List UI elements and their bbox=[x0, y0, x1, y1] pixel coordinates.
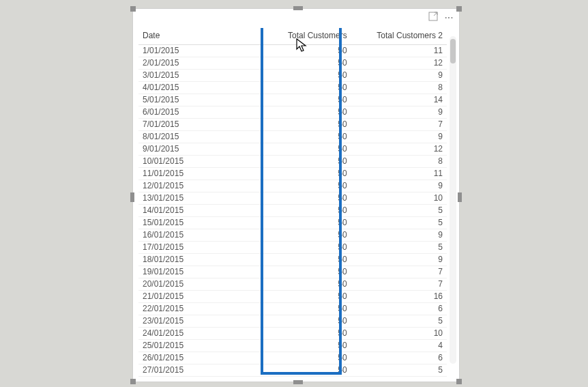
table-row[interactable]: 10/01/2015508 bbox=[138, 156, 447, 168]
cell-date: 15/01/2015 bbox=[138, 217, 255, 229]
cell-date: 1/01/2015 bbox=[138, 45, 255, 57]
table-row[interactable]: 4/01/2015508 bbox=[138, 82, 447, 94]
cell-total-customers-2: 10 bbox=[351, 328, 447, 340]
cell-total-customers: 50 bbox=[255, 291, 351, 303]
resize-handle[interactable] bbox=[293, 380, 303, 384]
cell-total-customers-2: 9 bbox=[351, 106, 447, 119]
data-table: Date Total Customers Total Customers 2 1… bbox=[138, 28, 447, 379]
cell-total-customers-2: 5 bbox=[351, 364, 447, 377]
cell-date: 17/01/2015 bbox=[138, 242, 255, 254]
col-header-total-customers[interactable]: Total Customers bbox=[255, 28, 351, 45]
table-row[interactable]: 3/01/2015509 bbox=[138, 70, 447, 82]
table-row[interactable]: 25/01/2015504 bbox=[138, 340, 447, 352]
cell-total-customers: 50 bbox=[255, 156, 351, 168]
resize-handle[interactable] bbox=[130, 379, 136, 384]
table-visual[interactable]: ··· Date Total Customers Total Customers… bbox=[132, 8, 460, 382]
cell-total-customers-2: 8 bbox=[351, 82, 447, 94]
cell-total-customers-2: 4 bbox=[351, 340, 447, 352]
cell-total-customers: 50 bbox=[255, 94, 351, 106]
table-row[interactable]: 5/01/20155014 bbox=[138, 94, 447, 106]
cell-total-customers: 50 bbox=[255, 70, 351, 82]
cell-total-customers: 50 bbox=[255, 266, 351, 278]
cell-total-customers: 50 bbox=[255, 328, 351, 340]
scrollbar-thumb[interactable] bbox=[450, 39, 456, 63]
cell-date: 23/01/2015 bbox=[138, 315, 255, 328]
cell-total-customers-2: 7 bbox=[351, 278, 447, 291]
table-row[interactable]: 28/01/20155011 bbox=[138, 377, 447, 379]
table-row[interactable]: 24/01/20155010 bbox=[138, 328, 447, 340]
cell-date: 19/01/2015 bbox=[138, 266, 255, 278]
col-header-total-customers-2[interactable]: Total Customers 2 bbox=[351, 28, 447, 45]
resize-handle[interactable] bbox=[130, 192, 134, 202]
table-row[interactable]: 11/01/20155011 bbox=[138, 168, 447, 180]
table-row[interactable]: 21/01/20155016 bbox=[138, 291, 447, 303]
table-row[interactable]: 6/01/2015509 bbox=[138, 106, 447, 119]
cell-total-customers: 50 bbox=[255, 364, 351, 377]
cell-total-customers-2: 8 bbox=[351, 156, 447, 168]
table-row[interactable]: 18/01/2015509 bbox=[138, 254, 447, 266]
table-row[interactable]: 22/01/2015506 bbox=[138, 303, 447, 315]
table-row[interactable]: 19/01/2015507 bbox=[138, 266, 447, 278]
resize-handle[interactable] bbox=[293, 6, 303, 10]
cell-total-customers: 50 bbox=[255, 229, 351, 242]
cell-total-customers-2: 9 bbox=[351, 70, 447, 82]
table-row[interactable]: 13/01/20155010 bbox=[138, 192, 447, 205]
cell-total-customers-2: 12 bbox=[351, 57, 447, 70]
cell-date: 12/01/2015 bbox=[138, 180, 255, 192]
table-header-row[interactable]: Date Total Customers Total Customers 2 bbox=[138, 28, 447, 45]
cell-date: 28/01/2015 bbox=[138, 377, 255, 379]
cell-total-customers: 50 bbox=[255, 377, 351, 379]
table-row[interactable]: 2/01/20155012 bbox=[138, 57, 447, 70]
cell-date: 18/01/2015 bbox=[138, 254, 255, 266]
cell-total-customers: 50 bbox=[255, 57, 351, 70]
table-row[interactable]: 23/01/2015505 bbox=[138, 315, 447, 328]
cell-date: 9/01/2015 bbox=[138, 143, 255, 156]
cell-date: 16/01/2015 bbox=[138, 229, 255, 242]
cell-date: 14/01/2015 bbox=[138, 205, 255, 217]
cell-total-customers: 50 bbox=[255, 205, 351, 217]
table-row[interactable]: 26/01/2015506 bbox=[138, 352, 447, 364]
cell-date: 3/01/2015 bbox=[138, 70, 255, 82]
focus-mode-icon[interactable] bbox=[427, 10, 439, 25]
col-header-date[interactable]: Date bbox=[138, 28, 255, 45]
cell-date: 4/01/2015 bbox=[138, 82, 255, 94]
cell-total-customers-2: 10 bbox=[351, 192, 447, 205]
cell-date: 5/01/2015 bbox=[138, 94, 255, 106]
table-row[interactable]: 9/01/20155012 bbox=[138, 143, 447, 156]
cell-total-customers-2: 7 bbox=[351, 266, 447, 278]
table-row[interactable]: 8/01/2015509 bbox=[138, 131, 447, 143]
resize-handle[interactable] bbox=[458, 192, 462, 202]
table-row[interactable]: 15/01/2015505 bbox=[138, 217, 447, 229]
cell-total-customers-2: 7 bbox=[351, 119, 447, 131]
cell-total-customers: 50 bbox=[255, 303, 351, 315]
cell-total-customers-2: 9 bbox=[351, 131, 447, 143]
cell-date: 8/01/2015 bbox=[138, 131, 255, 143]
cell-total-customers-2: 12 bbox=[351, 143, 447, 156]
cell-total-customers-2: 16 bbox=[351, 291, 447, 303]
cell-total-customers-2: 9 bbox=[351, 229, 447, 242]
cell-total-customers-2: 5 bbox=[351, 205, 447, 217]
cell-date: 10/01/2015 bbox=[138, 156, 255, 168]
table-row[interactable]: 20/01/2015507 bbox=[138, 278, 447, 291]
cell-total-customers-2: 5 bbox=[351, 242, 447, 254]
cell-date: 11/01/2015 bbox=[138, 168, 255, 180]
cell-total-customers: 50 bbox=[255, 340, 351, 352]
table-scroll-area[interactable]: Date Total Customers Total Customers 2 1… bbox=[138, 28, 447, 379]
vertical-scrollbar[interactable] bbox=[450, 36, 456, 364]
resize-handle[interactable] bbox=[456, 6, 462, 12]
table-row[interactable]: 16/01/2015509 bbox=[138, 229, 447, 242]
table-row[interactable]: 7/01/2015507 bbox=[138, 119, 447, 131]
cell-date: 13/01/2015 bbox=[138, 192, 255, 205]
resize-handle[interactable] bbox=[130, 6, 136, 12]
more-options-icon[interactable]: ··· bbox=[443, 12, 455, 24]
cell-date: 24/01/2015 bbox=[138, 328, 255, 340]
table-row[interactable]: 14/01/2015505 bbox=[138, 205, 447, 217]
table-row[interactable]: 12/01/2015509 bbox=[138, 180, 447, 192]
table-row[interactable]: 17/01/2015505 bbox=[138, 242, 447, 254]
resize-handle[interactable] bbox=[456, 379, 462, 384]
cell-total-customers-2: 11 bbox=[351, 168, 447, 180]
cell-total-customers: 50 bbox=[255, 131, 351, 143]
table-row[interactable]: 27/01/2015505 bbox=[138, 364, 447, 377]
table-row[interactable]: 1/01/20155011 bbox=[138, 45, 447, 57]
cell-date: 7/01/2015 bbox=[138, 119, 255, 131]
